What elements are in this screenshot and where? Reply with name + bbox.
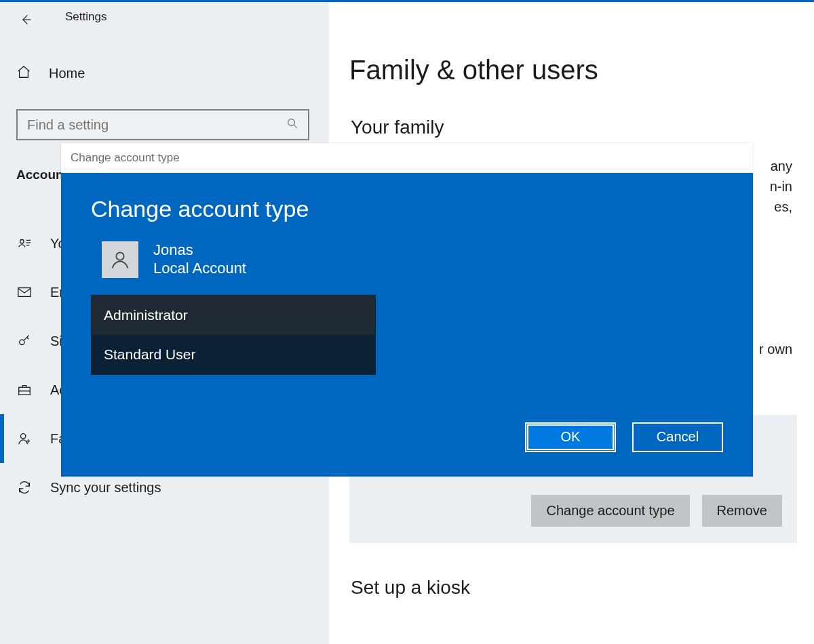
back-button[interactable] <box>16 10 35 29</box>
dialog-heading: Change account type <box>91 196 723 222</box>
svg-point-15 <box>21 434 26 439</box>
svg-point-7 <box>20 240 24 244</box>
section-your-family: Your family <box>351 117 814 138</box>
dialog-user-type: Local Account <box>153 259 246 279</box>
key-icon <box>16 333 33 349</box>
person-card-icon <box>16 235 33 251</box>
home-nav[interactable]: Home <box>16 64 85 82</box>
home-label: Home <box>49 66 85 81</box>
svg-line-6 <box>294 125 297 128</box>
svg-point-5 <box>288 119 295 126</box>
sidebar-item-label: Sync your settings <box>50 480 161 496</box>
svg-point-19 <box>116 253 123 260</box>
account-type-option-standard-user[interactable]: Standard User <box>92 335 375 374</box>
person-add-icon <box>16 430 33 447</box>
account-type-dropdown-list[interactable]: Administrator Standard User <box>91 295 376 375</box>
svg-rect-11 <box>18 288 31 297</box>
page-title: Family & other users <box>349 55 814 85</box>
sync-icon <box>16 479 33 496</box>
search-icon <box>286 117 298 132</box>
mail-icon <box>16 284 33 300</box>
change-account-type-dialog: Change account type Change account type … <box>61 143 753 477</box>
remove-user-button[interactable]: Remove <box>702 495 782 527</box>
dialog-user-row: Jonas Local Account <box>102 241 723 279</box>
dialog-titlebar: Change account type <box>61 143 753 173</box>
search-input[interactable] <box>27 117 271 133</box>
search-box[interactable] <box>16 109 309 140</box>
cancel-button[interactable]: Cancel <box>632 422 723 452</box>
app-title: Settings <box>65 10 106 24</box>
user-avatar-icon <box>102 241 138 278</box>
change-account-type-button[interactable]: Change account type <box>531 495 689 527</box>
briefcase-icon <box>16 382 33 398</box>
home-icon <box>16 64 31 82</box>
section-kiosk: Set up a kiosk <box>351 577 814 599</box>
ok-button[interactable]: OK <box>525 422 616 452</box>
account-type-option-administrator[interactable]: Administrator <box>92 296 375 335</box>
dialog-user-name: Jonas <box>153 241 246 259</box>
svg-point-12 <box>20 340 24 344</box>
